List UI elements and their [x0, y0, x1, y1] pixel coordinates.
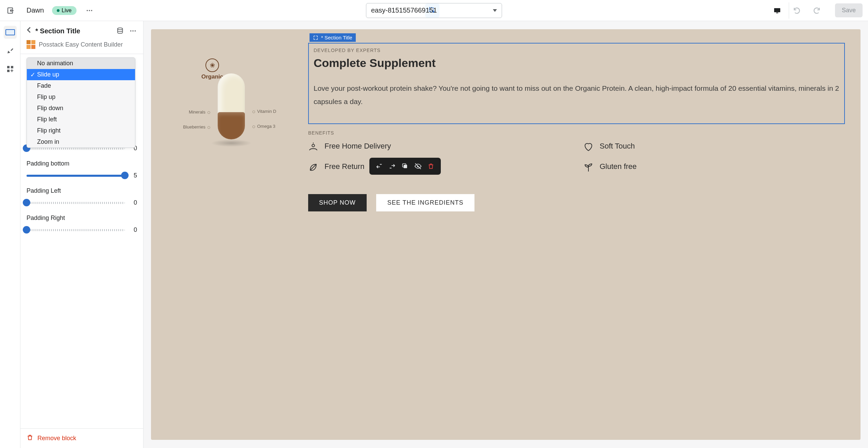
svg-rect-7 [7, 66, 10, 68]
preview-left-column: ❀ Organic Minerals Blueberries Vitamin D… [167, 39, 296, 424]
sidebar-panel: * Section Title Posstack Easy Content Bu… [20, 21, 144, 448]
desktop-view-button[interactable] [769, 2, 785, 19]
dropdown-item-no-animation[interactable]: No animation [27, 58, 135, 69]
sidebar-header: * Section Title [20, 21, 143, 35]
sidebar-section-title: * Section Title [35, 27, 112, 35]
svg-point-2 [89, 10, 90, 11]
callout-vitamin-d: Vitamin D [250, 109, 276, 114]
svg-rect-8 [11, 66, 13, 68]
main: * Section Title Posstack Easy Content Bu… [0, 21, 868, 448]
sections-icon [5, 29, 15, 35]
exit-button[interactable] [3, 3, 18, 18]
save-button[interactable]: Save [835, 3, 863, 17]
remove-block-button[interactable]: Remove block [20, 428, 143, 448]
leaf-icon [308, 162, 318, 172]
svg-rect-5 [774, 8, 780, 12]
data-source-button[interactable] [116, 27, 124, 35]
app-icon [27, 40, 35, 49]
trash-icon [27, 434, 33, 443]
canvas-area: ❀ Organic Minerals Blueberries Vitamin D… [144, 21, 868, 448]
remove-block-label: Remove block [37, 435, 76, 442]
dropdown-item-flip-down[interactable]: Flip down [27, 103, 135, 114]
header-tools [116, 27, 137, 35]
svg-point-3 [91, 10, 92, 11]
slider-group: Padding top 0 Padding bottom 5 Padding L [27, 133, 137, 234]
svg-point-10 [118, 28, 123, 30]
svg-point-1 [86, 10, 88, 11]
caret-down-icon [493, 9, 497, 12]
move-up-button[interactable] [374, 161, 384, 171]
headline-text: Complete Supplement [314, 56, 839, 70]
sprout-icon [583, 162, 594, 172]
delete-button[interactable] [426, 161, 436, 171]
dropdown-item-flip-up[interactable]: Flip up [27, 91, 135, 103]
rail-theme-settings[interactable] [4, 44, 17, 57]
live-dot-icon [57, 9, 60, 12]
svg-point-14 [312, 144, 315, 147]
page-selector-value: easy-8151557669151 [371, 6, 437, 14]
rail-sections[interactable] [4, 26, 17, 39]
touch-icon [583, 142, 594, 152]
back-button[interactable] [27, 27, 31, 35]
slider-padding-left[interactable] [27, 202, 125, 204]
dropdown-item-zoom-in[interactable]: Zoom in [27, 136, 135, 148]
hide-button[interactable] [413, 161, 423, 171]
svg-point-13 [135, 30, 136, 32]
app-row[interactable]: Posstack Easy Content Builder [20, 35, 143, 54]
slider-label-padding-bottom: Padding bottom [27, 160, 137, 167]
svg-rect-15 [404, 165, 407, 168]
cta-see-ingredients[interactable]: SEE THE INGREDIENTS [376, 194, 475, 211]
callout-blueberries: Blueberries [183, 124, 212, 130]
section-overlay-label[interactable]: * Section Title [310, 33, 356, 42]
organic-icon: ❀ [205, 58, 219, 72]
benefit-item: Free Home Delivery [308, 142, 570, 152]
block-floating-toolbar [369, 158, 441, 175]
app-name: Posstack Easy Content Builder [39, 41, 123, 48]
eyebrow-text: DEVELOPED BY EXPERTS [314, 48, 839, 53]
slider-value-padding-right: 0 [130, 226, 137, 234]
right-tools: Save [769, 2, 865, 19]
more-button[interactable] [129, 27, 137, 35]
move-down-button[interactable] [387, 161, 397, 171]
slider-value-padding-bottom: 5 [130, 172, 137, 179]
theme-name: Dawn [27, 6, 44, 14]
dropdown-item-flip-left[interactable]: Flip left [27, 114, 135, 125]
undo-button[interactable] [789, 2, 805, 19]
section-overlay-text: * Section Title [321, 35, 352, 40]
callout-minerals: Minerals [189, 109, 212, 115]
svg-point-11 [130, 30, 132, 32]
live-label: Live [62, 7, 71, 14]
topbar: Dawn Live easy-8151557669151 Save [0, 0, 868, 21]
benefits-label: BENEFITS [308, 130, 845, 136]
dropdown-item-fade[interactable]: Fade [27, 80, 135, 91]
selected-section-box[interactable]: DEVELOPED BY EXPERTS Complete Supplement… [308, 43, 845, 124]
sidebar-body: No animation Slide up Fade Flip up Flip … [20, 54, 143, 428]
benefit-item: Gluten free [583, 162, 845, 172]
body-text: Love your post-workout protein shake? Yo… [314, 82, 839, 108]
svg-rect-6 [776, 13, 778, 13]
callout-omega-3: Omega 3 [250, 124, 275, 129]
cta-row: SHOP NOW SEE THE INGREDIENTS [308, 194, 845, 211]
pill-graphic: Minerals Blueberries Vitamin D Omega 3 [218, 73, 245, 139]
dropdown-item-flip-right[interactable]: Flip right [27, 125, 135, 136]
svg-point-12 [132, 30, 134, 32]
cta-shop-now[interactable]: SHOP NOW [308, 194, 367, 211]
live-badge: Live [52, 6, 76, 15]
benefit-item: Soft Touch [583, 142, 845, 152]
dropdown-item-slide-up[interactable]: Slide up [27, 69, 135, 80]
slider-label-padding-left: Padding Left [27, 187, 137, 194]
left-rail [0, 21, 20, 448]
slider-padding-bottom[interactable] [27, 174, 125, 177]
delivery-icon [308, 142, 318, 152]
preview-frame: ❀ Organic Minerals Blueberries Vitamin D… [151, 29, 861, 440]
preview-right-column: * Section Title DEVELOPED BY EXPERTS Com… [308, 39, 845, 424]
rail-app-embeds[interactable] [4, 63, 17, 75]
more-options-button[interactable] [83, 4, 96, 17]
duplicate-button[interactable] [400, 161, 410, 171]
redo-button[interactable] [808, 2, 825, 19]
slider-padding-right[interactable] [27, 229, 125, 231]
animation-dropdown[interactable]: No animation Slide up Fade Flip up Flip … [27, 57, 135, 148]
page-selector[interactable]: easy-8151557669151 [366, 3, 502, 18]
svg-rect-9 [7, 70, 10, 72]
slider-value-padding-left: 0 [130, 199, 137, 206]
